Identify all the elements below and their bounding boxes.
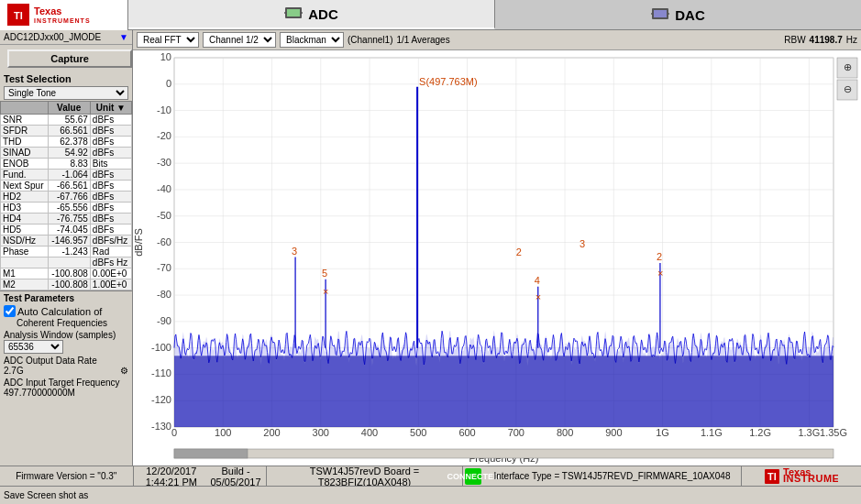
svg-text:-80: -80	[157, 289, 171, 300]
metric-unit: Bits	[90, 159, 131, 170]
svg-text:1G: 1G	[656, 427, 669, 438]
chart-controls: Real FFT Channel 1/2 Blackman (Channel1)…	[133, 30, 861, 50]
status-connected-badge: CONNECTED	[465, 468, 481, 485]
svg-text:100: 100	[215, 427, 231, 438]
status-build-value: Build - 05/05/2017	[209, 466, 262, 488]
left-panel: ADC12DJxx00_JMODE ▼ Capture Test Selecti…	[0, 30, 133, 466]
metric-row: dBFs Hz	[1, 257, 132, 268]
svg-text:S(497.763M): S(497.763M)	[419, 76, 478, 87]
test-params-title: Test Parameters	[4, 293, 128, 303]
test-selection-label: Test Selection	[0, 72, 132, 85]
svg-text:300: 300	[313, 427, 329, 438]
metric-value: -1.064	[48, 170, 90, 181]
svg-text:1.3G: 1.3G	[798, 427, 820, 438]
svg-text:600: 600	[458, 427, 475, 438]
svg-text:×: ×	[323, 286, 328, 297]
metric-row: M2 -100.808 1.00E+0	[1, 279, 132, 290]
svg-text:5: 5	[322, 268, 327, 279]
ti-logo-icon: TI	[6, 2, 31, 27]
ti-logo: TI Texas INSTRUMENTS	[0, 0, 128, 30]
metric-unit: dBFs	[90, 203, 131, 214]
svg-text:-90: -90	[157, 315, 171, 326]
status-date: 12/20/2017 1:44:21 PM Build - 05/05/2017	[134, 466, 268, 486]
metric-value: -67.766	[48, 192, 90, 203]
chart-container: 100-10-20-30-40-50-60-70-80-90-100-110-1…	[133, 50, 861, 466]
adc-input-target-value: 497.770000000M	[4, 388, 128, 398]
svg-text:2: 2	[516, 247, 522, 257]
auto-calc-label: Auto Calculation of	[17, 306, 102, 317]
status-bar: Firmware Version = "0.3" 12/20/2017 1:44…	[0, 466, 861, 486]
metric-row: HD4 -76.755 dBFs	[1, 214, 132, 225]
metric-value: -74.045	[48, 225, 90, 236]
metric-name-header	[1, 102, 49, 115]
svg-text:INSTRUMENTS: INSTRUMENTS	[783, 473, 838, 484]
rbw-label: RBW	[784, 35, 805, 45]
device-selector: ADC12DJxx00_JMODE ▼	[0, 30, 132, 45]
metric-name: SINAD	[1, 148, 49, 159]
channel-select[interactable]: Channel 1/2	[203, 32, 276, 48]
svg-rect-88	[174, 356, 833, 427]
metric-value: -65.556	[48, 203, 90, 214]
capture-button[interactable]: Capture	[7, 49, 132, 68]
metric-unit: dBFs	[90, 126, 131, 137]
svg-text:TI: TI	[14, 10, 23, 21]
device-dropdown-icon[interactable]: ▼	[119, 32, 128, 42]
right-area: Real FFT Channel 1/2 Blackman (Channel1)…	[133, 30, 861, 466]
svg-rect-7	[654, 10, 667, 17]
metric-name: Phase	[1, 247, 49, 257]
svg-text:×: ×	[657, 268, 663, 279]
metric-row: THD 62.378 dBFs	[1, 137, 132, 148]
metric-row: SNR 55.67 dBFs	[1, 115, 132, 126]
auto-calc-checkbox[interactable]	[4, 305, 16, 317]
metric-name: ENOB	[1, 159, 49, 170]
metric-row: NSD/Hz -146.957 dBFs/Hz	[1, 236, 132, 247]
metric-unit: dBFs	[90, 148, 131, 159]
metric-value: 8.83	[48, 159, 90, 170]
metric-value: 62.378	[48, 137, 90, 148]
metric-name: HD5	[1, 225, 49, 236]
svg-text:1.35G: 1.35G	[820, 427, 847, 438]
metric-value: -76.755	[48, 214, 90, 225]
svg-text:-70: -70	[157, 262, 171, 273]
tab-dac[interactable]: DAC	[495, 0, 861, 29]
fft-type-select[interactable]: Real FFT	[137, 32, 199, 48]
metric-name: HD4	[1, 214, 49, 225]
tab-adc[interactable]: ADC	[128, 0, 495, 29]
metric-unit: dBFs	[90, 225, 131, 236]
metric-value: 66.561	[48, 126, 90, 137]
svg-text:⊖: ⊖	[844, 83, 852, 94]
metric-row: Phase -1.243 Rad	[1, 247, 132, 257]
svg-text:-20: -20	[157, 130, 171, 141]
adc-tab-icon	[284, 5, 303, 22]
svg-text:200: 200	[263, 427, 280, 438]
metric-name: M2	[1, 279, 49, 290]
metric-name: Next Spur	[1, 181, 49, 192]
metric-unit: dBFs Hz	[90, 257, 131, 268]
svg-text:-120: -120	[151, 394, 171, 405]
svg-text:1.1G: 1.1G	[701, 427, 723, 438]
metric-unit: dBFs	[90, 192, 131, 203]
test-selection-select[interactable]: Single Tone	[4, 86, 128, 100]
metric-unit-header: Unit ▼	[90, 102, 131, 115]
metric-unit: dBFs	[90, 137, 131, 148]
status-interface: Interface Type = TSW14J57REVD_FIRMWARE_1…	[483, 466, 742, 486]
svg-text:-100: -100	[151, 342, 171, 353]
svg-text:0: 0	[171, 427, 177, 438]
rbw-value: 41198.7	[810, 35, 843, 45]
window-select[interactable]: Blackman	[280, 32, 344, 48]
metric-unit: dBFs	[90, 170, 131, 181]
metric-row: Fund. -1.064 dBFs	[1, 170, 132, 181]
metric-row: HD3 -65.556 dBFs	[1, 203, 132, 214]
gear-icon[interactable]: ⚙	[120, 366, 128, 376]
metric-unit: 1.00E+0	[90, 279, 131, 290]
svg-text:3: 3	[292, 246, 297, 257]
metric-name	[1, 257, 49, 268]
device-name: ADC12DJxx00_JMODE	[4, 32, 119, 42]
coherent-label: Coherent Frequencies	[17, 318, 128, 328]
metric-unit: 0.00E+0	[90, 268, 131, 279]
metric-name: M1	[1, 268, 49, 279]
metric-unit: dBFs/Hz	[90, 236, 131, 247]
save-bar: Save Screen shot as	[0, 486, 861, 504]
svg-text:×: ×	[535, 291, 541, 302]
analysis-window-select[interactable]: 65536	[4, 340, 63, 354]
